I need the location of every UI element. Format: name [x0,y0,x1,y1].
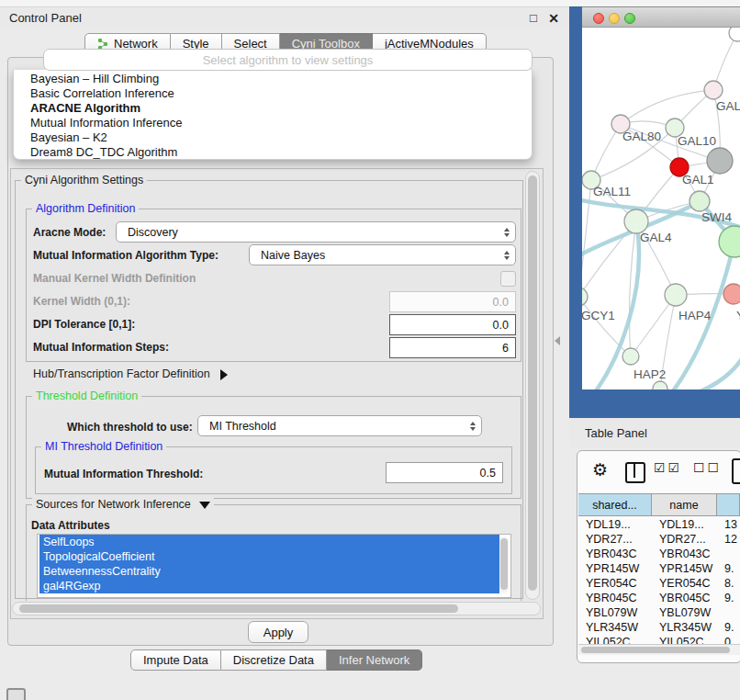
node-label: GAL4 [640,231,672,244]
hub-definition-label: Hub/Transcription Factor Definition [33,367,210,380]
table-cell: YER054C [652,576,717,591]
settings-vertical-scrollbar[interactable] [525,171,540,600]
network-node[interactable] [707,148,733,174]
mi-type-combobox[interactable]: Naive Bayes [249,244,516,265]
mi-threshold-field[interactable]: 0.5 [386,462,503,483]
algorithm-option-bayesian-hill-climbing[interactable]: Bayesian – Hill Climbing [14,72,532,86]
table-cell: 13 [717,517,740,532]
column-header-shared[interactable]: shared... [578,494,652,515]
algorithm-option-basic-correlation-inference[interactable]: Basic Correlation Inference [14,86,532,101]
node-label: GAL80 [622,130,661,143]
partial-toolbar-icon[interactable] [732,458,740,484]
table-body[interactable]: YDL19...YDL19...13YDR27...YDR27...12YBR0… [578,517,740,644]
table-row[interactable]: YBL079WYBL079W [578,605,740,620]
network-node[interactable] [665,284,687,306]
data-attributes-list[interactable]: SelfLoopsTopologicalCoefficientBetweenne… [37,534,511,598]
mi-steps-value: 6 [502,342,509,355]
table-cell: YIL052C [578,635,652,644]
table-cell: YBL079W [578,605,652,620]
algorithm-select-combobox[interactable]: Select algorithm to view settings [43,49,533,71]
zoom-traffic-light-icon[interactable] [624,13,635,24]
hub-definition-expander[interactable]: Hub/Transcription Factor Definition [33,367,228,380]
mi-threshold-value: 0.5 [480,467,496,480]
table-cell: YPR145W [652,561,717,576]
network-edge [621,90,713,124]
table-cell: YLR345W [578,620,652,635]
minimize-traffic-light-icon[interactable] [609,13,620,24]
network-node[interactable] [690,191,710,211]
table-row[interactable]: YPR145WYPR145W9. [578,561,740,576]
close-traffic-light-icon[interactable] [593,13,604,24]
tab-impute-data[interactable]: Impute Data [130,649,221,671]
cyni-algorithm-settings-title: Cyni Algorithm Settings [21,174,147,186]
checked-checkbox-pair-icon[interactable]: ☑☑ [654,460,682,475]
mi-steps-field[interactable]: 6 [389,337,516,358]
close-icon[interactable]: ✕ [544,7,564,28]
table-cell: YER054C [578,576,652,591]
threshold-definition-title: Threshold Definition [32,390,141,402]
table-cell: YDL19... [652,517,717,532]
network-window-titlebar[interactable] [582,6,740,28]
table-row[interactable]: YLR345WYLR345W9. [578,620,740,635]
table-horizontal-scrollbar[interactable] [578,644,740,655]
split-view-icon[interactable] [625,462,645,483]
table-row[interactable]: YBR045CYBR045C9. [578,591,740,605]
tab-infer-network[interactable]: Infer Network [327,649,422,671]
collapsed-panel-stub-icon[interactable] [6,688,26,700]
algorithm-option-mutual-information-inference[interactable]: Mutual Information Inference [14,116,532,130]
kernel-width-value: 0.0 [493,296,509,309]
table-row[interactable]: YIL052CYIL052C0 [578,635,740,644]
table-row[interactable]: YER054CYER054C8. [578,576,740,591]
table-row[interactable]: YBR043CYBR043C [578,547,740,561]
algorithm-dropdown-list: Bayesian – Hill ClimbingBasic Correlatio… [13,70,533,160]
attribute-item-selfloops[interactable]: SelfLoops [39,535,499,549]
network-node[interactable] [704,81,723,99]
network-edge [582,180,591,297]
table-header-row: shared...name [578,493,740,516]
dpi-tolerance-field[interactable]: 0.0 [389,314,516,335]
float-window-icon[interactable]: □ [523,7,544,28]
which-threshold-combobox[interactable]: MI Threshold [197,415,482,436]
aracne-mode-combobox[interactable]: Discovery [116,221,516,243]
attribute-item-betweennesscentrality[interactable]: BetweennessCentrality [39,564,499,579]
algorithm-option-dream8-dc-tdc-algorithm[interactable]: Dream8 DC_TDC Algorithm [14,145,532,160]
cyni-bottom-tabs: Impute DataDiscretize DataInfer Network [130,649,422,671]
network-node[interactable] [622,348,639,365]
node-label: GAL10 [678,134,716,148]
network-node[interactable] [719,226,740,257]
manual-kernel-checkbox[interactable] [500,271,516,287]
apply-button[interactable]: Apply [248,621,308,643]
kernel-width-field: 0.0 [389,291,516,312]
panel-divider-arrow[interactable] [555,336,560,345]
attribute-item-topologicalcoefficient[interactable]: TopologicalCoefficient [39,549,499,564]
column-header-name[interactable]: name [652,494,717,515]
settings-horizontal-scrollbar[interactable] [12,602,541,615]
network-node[interactable] [723,284,740,304]
attributes-scrollbar[interactable] [499,536,509,593]
table-cell [717,547,740,561]
table-cell: 9. [717,561,740,576]
mi-threshold-definition-title: MI Threshold Definition [41,440,166,453]
node-label: GCY1 [582,309,615,322]
column-header-partial[interactable] [717,494,740,515]
control-panel-titlebar: Control Panel □ ✕ [0,7,569,28]
network-edge-thick [674,347,740,390]
network-node[interactable] [653,381,667,390]
table-row[interactable]: YDR27...YDR27...12 [578,532,740,547]
stepper-icon [504,251,510,260]
algorithm-option-aracne-algorithm[interactable]: ARACNE Algorithm [14,101,532,116]
algorithm-option-bayesian-k2[interactable]: Bayesian – K2 [14,130,532,145]
tab-discretize-data[interactable]: Discretize Data [221,649,327,671]
dpi-tolerance-label: DPI Tolerance [0,1]: [33,318,135,331]
network-node[interactable] [729,28,740,41]
unchecked-checkbox-pair-icon[interactable]: ☐☐ [693,460,722,475]
gear-icon[interactable]: ⚙ [592,459,608,480]
kernel-width-label: Kernel Width (0,1): [33,295,130,308]
which-threshold-value: MI Threshold [209,420,470,433]
network-node[interactable] [582,288,588,306]
table-row[interactable]: YDL19...YDL19...13 [578,517,740,532]
collapse-down-icon[interactable] [199,502,210,509]
network-canvas[interactable]: GALGAL80GAL10GAL1GAL11SWI4GAL4GCY1HAP4YH… [582,28,740,390]
attribute-item-gal4rgexp[interactable]: gal4RGexp [39,579,499,593]
table-cell: YDR27... [652,532,717,547]
